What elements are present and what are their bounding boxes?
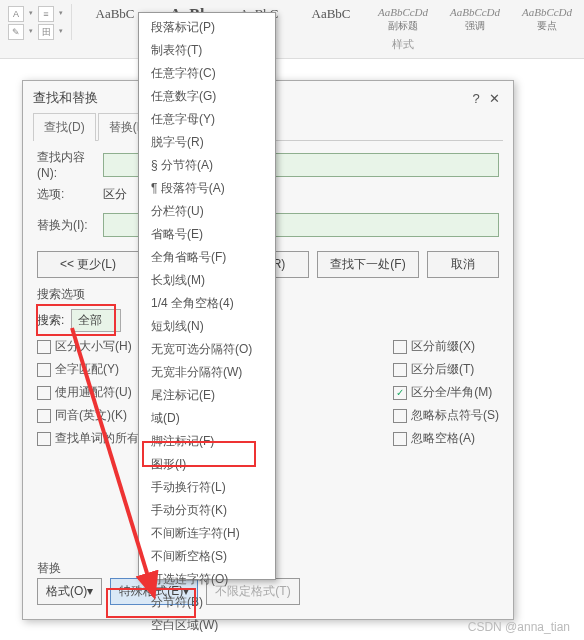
menu-item[interactable]: 空白区域(W) xyxy=(139,614,275,637)
mini-tools: A▾≡▾ ✎▾田▾ xyxy=(8,4,72,40)
menu-item[interactable]: 分栏符(U) xyxy=(139,200,275,223)
chevron-down-icon[interactable]: ▾ xyxy=(27,24,35,38)
menu-item[interactable]: 省略号(E) xyxy=(139,223,275,246)
chevron-down-icon[interactable]: ▾ xyxy=(27,6,35,20)
menu-item[interactable]: 可选连字符(O) xyxy=(139,568,275,591)
tool-icon[interactable]: ✎ xyxy=(8,24,24,40)
menu-item[interactable]: 脱字号(R) xyxy=(139,131,275,154)
menu-item[interactable]: 分节符(B) xyxy=(139,591,275,614)
tab-find[interactable]: 查找(D) xyxy=(33,113,96,141)
menu-item[interactable]: 任意数字(G) xyxy=(139,85,275,108)
checkbox-option[interactable]: 忽略空格(A) xyxy=(393,430,499,447)
options-value: 区分 xyxy=(103,186,127,203)
checkbox-option[interactable]: ✓区分全/半角(M) xyxy=(393,384,499,401)
format-button[interactable]: 格式(O)▾ xyxy=(37,578,102,605)
menu-item[interactable]: 手动分页符(K) xyxy=(139,499,275,522)
menu-item[interactable]: 长划线(M) xyxy=(139,269,275,292)
menu-item[interactable]: 域(D) xyxy=(139,407,275,430)
chevron-down-icon[interactable]: ▾ xyxy=(57,6,65,20)
find-next-button[interactable]: 查找下一处(F) xyxy=(317,251,419,278)
menu-item[interactable]: 制表符(T) xyxy=(139,39,275,62)
cancel-button[interactable]: 取消 xyxy=(427,251,499,278)
menu-item[interactable]: 任意字母(Y) xyxy=(139,108,275,131)
menu-item[interactable]: 1/4 全角空格(4) xyxy=(139,292,275,315)
menu-item[interactable]: 脚注标记(F) xyxy=(139,430,275,453)
menu-item[interactable]: ¶ 段落符号(A) xyxy=(139,177,275,200)
style-item[interactable]: AaBbCcDd要点 xyxy=(512,4,582,35)
dialog-title: 查找和替换 xyxy=(33,89,98,107)
menu-item[interactable]: 不间断空格(S) xyxy=(139,545,275,568)
replace-label: 替换为(I): xyxy=(37,217,103,234)
style-item[interactable]: AaBbCcDd强调 xyxy=(440,4,510,35)
menu-item[interactable]: 段落标记(P) xyxy=(139,16,275,39)
menu-item[interactable]: 不间断连字符(H) xyxy=(139,522,275,545)
tool-icon[interactable]: ≡ xyxy=(38,6,54,22)
special-format-menu[interactable]: 段落标记(P)制表符(T)任意字符(C)任意数字(G)任意字母(Y)脱字号(R)… xyxy=(138,12,276,580)
less-button[interactable]: << 更少(L) xyxy=(37,251,139,278)
menu-item[interactable]: § 分节符(A) xyxy=(139,154,275,177)
menu-item[interactable]: 无宽非分隔符(W) xyxy=(139,361,275,384)
find-label: 查找内容(N): xyxy=(37,149,103,180)
options-right: 区分前缀(X)区分后缀(T)✓区分全/半角(M)忽略标点符号(S)忽略空格(A) xyxy=(393,338,499,447)
tool-icon[interactable]: A xyxy=(8,6,24,22)
help-icon[interactable]: ? xyxy=(467,91,485,106)
close-icon[interactable]: ✕ xyxy=(485,91,503,106)
ribbon: A▾≡▾ ✎▾田▾ AaBbCAaBlAaBbCAaBbCAaBbCcDd副标题… xyxy=(0,0,584,59)
checkbox-option[interactable]: 区分前缀(X) xyxy=(393,338,499,355)
chevron-down-icon[interactable]: ▾ xyxy=(57,24,65,38)
tool-icon[interactable]: 田 xyxy=(38,24,54,40)
watermark: CSDN @anna_tian xyxy=(468,620,570,634)
replace-section-label: 替换 xyxy=(37,560,61,577)
menu-item[interactable]: 尾注标记(E) xyxy=(139,384,275,407)
style-item[interactable]: AaBbC xyxy=(296,4,366,35)
menu-item[interactable]: 短划线(N) xyxy=(139,315,275,338)
search-scope-label: 搜索: xyxy=(37,312,71,329)
menu-item[interactable]: 图形(I) xyxy=(139,453,275,476)
menu-item[interactable]: 全角省略号(F) xyxy=(139,246,275,269)
menu-item[interactable]: 手动换行符(L) xyxy=(139,476,275,499)
options-label: 选项: xyxy=(37,186,103,203)
checkbox-option[interactable]: 区分后缀(T) xyxy=(393,361,499,378)
style-item[interactable]: AaBbCcDd副标题 xyxy=(368,4,438,35)
checkbox-option[interactable]: 忽略标点符号(S) xyxy=(393,407,499,424)
menu-item[interactable]: 任意字符(C) xyxy=(139,62,275,85)
menu-item[interactable]: 无宽可选分隔符(O) xyxy=(139,338,275,361)
search-scope-select[interactable]: 全部 xyxy=(71,309,121,332)
